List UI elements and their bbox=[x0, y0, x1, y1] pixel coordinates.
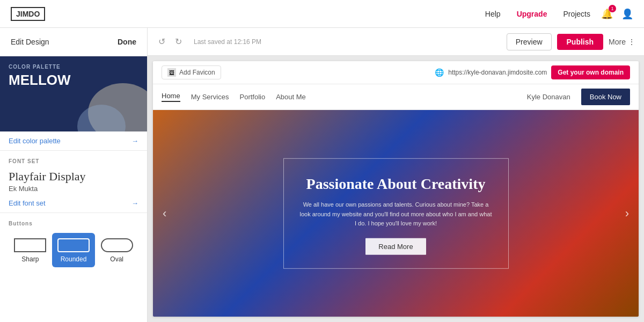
done-button[interactable]: Done bbox=[118, 38, 136, 46]
site-navigation: Home My Services Portfolio About Me Kyle… bbox=[153, 84, 639, 110]
saved-text: Last saved at 12:16 PM bbox=[194, 38, 261, 46]
right-content: ↺ ↻ Last saved at 12:16 PM Preview Publi… bbox=[148, 28, 644, 322]
rounded-button-option[interactable]: Rounded bbox=[52, 233, 96, 267]
book-now-button[interactable]: Book Now bbox=[581, 89, 630, 105]
buttons-section-label: Buttons bbox=[9, 221, 138, 226]
hero-arrow-right[interactable]: › bbox=[621, 202, 633, 225]
color-palette-section: COLOR PALETTE MELLOW bbox=[0, 56, 147, 131]
hero-section: ‹ Passionate About Creativity We all hav… bbox=[153, 110, 639, 317]
undo-button[interactable]: ↺ bbox=[156, 34, 167, 49]
hero-subtitle: We all have our own passions and talents… bbox=[300, 200, 492, 229]
more-label: More bbox=[609, 38, 626, 46]
edit-color-palette-label: Edit color palette bbox=[9, 137, 61, 145]
edit-design-label: Edit Design bbox=[11, 38, 49, 46]
edit-font-label: Edit font set bbox=[9, 199, 46, 207]
top-navigation: JIMDO Help Upgrade Projects 🔔 1 👤 bbox=[0, 0, 644, 28]
rounded-label: Rounded bbox=[61, 255, 87, 263]
site-nav-home[interactable]: Home bbox=[162, 92, 180, 102]
edit-color-palette-arrow: → bbox=[131, 137, 138, 145]
read-more-button[interactable]: Read More bbox=[365, 238, 426, 255]
upgrade-link[interactable]: Upgrade bbox=[517, 10, 547, 18]
website-preview: 🖼 Add Favicon 🌐 https://kyle-donavan.jim… bbox=[153, 61, 639, 317]
editor-toolbar: ↺ ↻ Last saved at 12:16 PM Preview Publi… bbox=[148, 28, 644, 56]
hero-overlay-card: Passionate About Creativity We all have … bbox=[283, 158, 509, 268]
nav-icons: 🔔 1 👤 bbox=[601, 8, 633, 20]
more-button[interactable]: More ⋮ bbox=[609, 38, 635, 46]
left-panel: Edit Design Done COLOR PALETTE MELLOW Ed… bbox=[0, 28, 148, 322]
globe-icon: 🌐 bbox=[435, 68, 444, 77]
edit-font-row[interactable]: Edit font set → bbox=[9, 199, 138, 207]
rounded-preview bbox=[57, 238, 90, 252]
secondary-font-name: Ek Mukta bbox=[9, 185, 138, 193]
font-set-section: FONT SET Playfair Display Ek Mukta Edit … bbox=[0, 151, 147, 213]
sharp-preview bbox=[14, 238, 46, 252]
notification-badge: 1 bbox=[609, 5, 616, 12]
button-shapes: Sharp Rounded Oval bbox=[9, 233, 138, 267]
oval-label: Oval bbox=[110, 255, 123, 263]
site-url-area: 🌐 https://kyle-donavan.jimdosite.com Get… bbox=[435, 65, 630, 79]
top-nav-links: Help Upgrade Projects bbox=[485, 10, 590, 18]
site-nav-about-me[interactable]: About Me bbox=[276, 93, 306, 101]
redo-button[interactable]: ↻ bbox=[173, 34, 184, 49]
buttons-section: Buttons Sharp Rounded Oval bbox=[0, 213, 147, 273]
notification-icon[interactable]: 🔔 1 bbox=[601, 8, 613, 20]
help-link[interactable]: Help bbox=[485, 10, 501, 18]
edit-color-palette-row[interactable]: Edit color palette → bbox=[0, 131, 147, 151]
site-url: https://kyle-donavan.jimdosite.com bbox=[448, 69, 547, 76]
edit-font-arrow: → bbox=[131, 199, 138, 207]
color-palette-label: COLOR PALETTE bbox=[0, 56, 147, 72]
preview-button[interactable]: Preview bbox=[507, 33, 552, 50]
hero-arrow-left[interactable]: ‹ bbox=[158, 202, 171, 225]
favicon-label: Add Favicon bbox=[179, 69, 215, 76]
projects-link[interactable]: Projects bbox=[563, 10, 590, 18]
favicon-area[interactable]: 🖼 Add Favicon bbox=[162, 65, 221, 79]
jimdo-logo: JIMDO bbox=[11, 7, 45, 21]
oval-preview bbox=[101, 238, 133, 252]
left-panel-header: Edit Design Done bbox=[0, 28, 147, 56]
main-layout: Edit Design Done COLOR PALETTE MELLOW Ed… bbox=[0, 28, 644, 322]
favicon-icon: 🖼 bbox=[167, 68, 176, 77]
sharp-button-option[interactable]: Sharp bbox=[9, 233, 52, 267]
site-nav-portfolio[interactable]: Portfolio bbox=[239, 93, 265, 101]
publish-button[interactable]: Publish bbox=[557, 34, 604, 50]
get-domain-button[interactable]: Get your own domain bbox=[551, 65, 630, 79]
hero-title: Passionate About Creativity bbox=[300, 174, 492, 193]
more-dots-icon: ⋮ bbox=[628, 38, 635, 46]
site-nav-name: Kyle Donavan bbox=[527, 93, 570, 101]
site-nav-my-services[interactable]: My Services bbox=[191, 93, 229, 101]
user-icon[interactable]: 👤 bbox=[621, 8, 633, 20]
site-top-bar: 🖼 Add Favicon 🌐 https://kyle-donavan.jim… bbox=[153, 61, 639, 84]
oval-button-option[interactable]: Oval bbox=[95, 233, 138, 267]
font-set-label: FONT SET bbox=[9, 158, 138, 164]
primary-font-name: Playfair Display bbox=[9, 170, 138, 184]
sharp-label: Sharp bbox=[21, 255, 39, 263]
